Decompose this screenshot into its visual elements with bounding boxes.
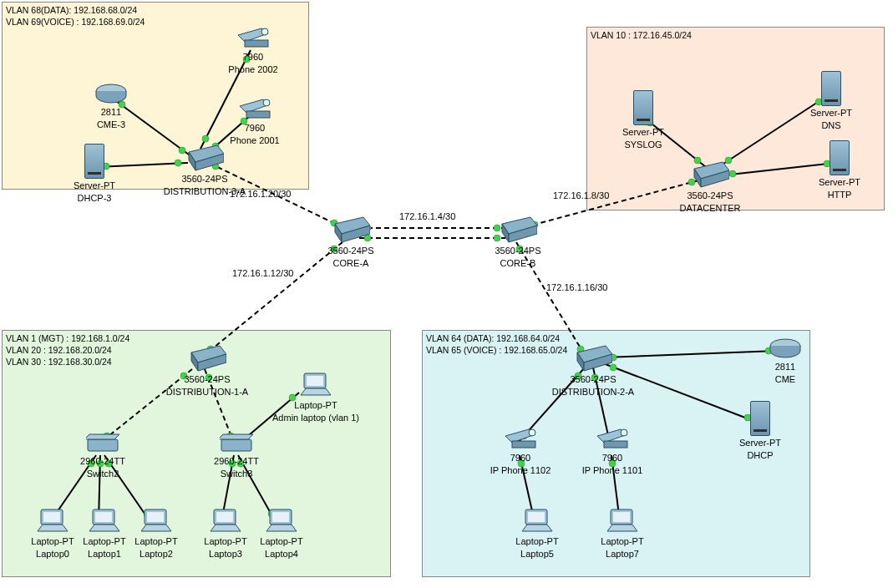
svg-marker-131: [211, 525, 241, 531]
phone-1102[interactable]: 7960 IP Phone 1102: [483, 426, 558, 476]
device-model: 2811: [775, 362, 795, 373]
server-icon: [633, 90, 653, 125]
vlan-text: VLAN 1 (MGT) : 192.168.1.0/24: [6, 332, 129, 344]
svg-rect-139: [613, 512, 630, 522]
server-dns[interactable]: Server-PT DNS: [794, 71, 869, 131]
switch-icon: [691, 160, 729, 189]
device-name: Phone 2002: [228, 64, 277, 75]
svg-rect-136: [528, 512, 545, 522]
server-icon: [750, 401, 770, 436]
svg-marker-140: [607, 525, 637, 531]
device-name: IP Phone 1101: [582, 465, 643, 476]
server-dhcp-3[interactable]: Server-PT DHCP-3: [57, 144, 132, 204]
svg-rect-130: [216, 512, 233, 522]
switch-switch3[interactable]: 2960-24TT Switch3: [199, 433, 274, 479]
device-name: Switch3: [221, 469, 253, 479]
svg-marker-137: [522, 525, 552, 531]
link-label: 172.16.1.8/30: [553, 190, 609, 200]
zone-dist3-header: VLAN 68(DATA): 192.168.68.0/24 VLAN 69(V…: [6, 4, 145, 28]
vlan-text: VLAN 64 (DATA): 192.168.64.0/24: [426, 332, 567, 344]
switch-icon: [188, 344, 226, 373]
svg-point-107: [261, 28, 268, 35]
router-icon: [768, 337, 803, 360]
svg-rect-106: [245, 40, 268, 47]
device-model: 3560-24PS: [570, 374, 616, 385]
svg-marker-100: [86, 434, 119, 439]
device-name: CORE-A: [333, 258, 369, 269]
device-name: DNS: [821, 120, 840, 131]
device-model: Laptop-PT: [260, 536, 302, 547]
device-model: Server-PT: [819, 177, 860, 188]
device-name: IP Phone 1102: [490, 465, 551, 476]
device-model: 3560-24PS: [687, 190, 733, 201]
switch-distribution-2-a[interactable]: 3560-24PS DISTRIBUTION-2-A: [535, 344, 652, 398]
device-name: Admin laptop (vlan 1): [272, 413, 359, 423]
server-http[interactable]: Server-PT HTTP: [802, 140, 877, 200]
phone-icon: [236, 96, 273, 121]
svg-point-116: [621, 429, 627, 436]
server-icon: [821, 71, 841, 106]
device-model: Server-PT: [739, 438, 781, 449]
laptop-icon: [604, 508, 641, 535]
laptop-icon: [138, 508, 175, 535]
svg-rect-109: [246, 111, 270, 118]
device-name: Laptop3: [209, 549, 242, 560]
router-cme[interactable]: 2811 CME: [748, 337, 823, 385]
phone-1101[interactable]: 7960 IP Phone 1101: [575, 426, 650, 476]
server-syslog[interactable]: Server-PT SYSLOG: [606, 90, 681, 150]
device-name: Laptop5: [520, 549, 554, 560]
device-name: Laptop0: [36, 549, 69, 560]
switch-core-b[interactable]: 3560-24PS CORE-B: [480, 215, 556, 269]
device-name: CME-3: [97, 119, 125, 130]
laptop-admin[interactable]: Laptop-PT Admin laptop (vlan 1): [257, 372, 374, 423]
svg-marker-125: [89, 525, 119, 531]
device-model: Laptop-PT: [294, 400, 337, 411]
laptop-4[interactable]: Laptop-PT Laptop4: [244, 508, 319, 560]
device-name: Phone 2001: [230, 135, 279, 146]
server-icon: [830, 140, 850, 175]
phone-2002[interactable]: 7960 Phone 2002: [216, 25, 291, 75]
phone-2001[interactable]: 7960 Phone 2001: [217, 96, 292, 146]
device-name: HTTP: [828, 190, 852, 200]
device-name: CORE-B: [500, 258, 536, 269]
vlan-text: VLAN 10 : 172.16.45.0/24: [591, 29, 692, 41]
device-name: Laptop4: [265, 549, 298, 560]
device-model: Server-PT: [622, 127, 664, 138]
switch-distribution-1-a[interactable]: 3560-24PS DISTRIBUTION-1-A: [149, 344, 266, 398]
svg-rect-112: [512, 441, 535, 448]
vlan-text: VLAN 68(DATA): 192.168.68.0/24: [6, 4, 145, 16]
phone-icon: [594, 426, 631, 451]
switch-icon: [499, 215, 537, 244]
switch-core-a[interactable]: 3560-24PS CORE-A: [313, 215, 388, 269]
device-name: DHCP: [747, 450, 773, 461]
laptop-icon: [207, 508, 244, 535]
laptop-7[interactable]: Laptop-PT Laptop7: [585, 508, 660, 560]
link-label: 172.16.1.16/30: [546, 282, 607, 292]
router-cme-3[interactable]: 2811 CME-3: [74, 82, 149, 130]
server-dhcp[interactable]: Server-PT DHCP: [723, 401, 798, 461]
device-model: Laptop-PT: [134, 536, 177, 547]
switch-switch2[interactable]: 2960-24TT Switch2: [65, 433, 140, 479]
switch-datacenter[interactable]: 3560-24PS DATACENTER: [672, 160, 748, 214]
laptop-2[interactable]: Laptop-PT Laptop2: [119, 508, 194, 560]
device-model: 3560-24PS: [495, 246, 540, 256]
svg-point-110: [263, 99, 270, 106]
vlan-text: VLAN 30 : 192.168.30.0/24: [6, 356, 129, 368]
device-name: Laptop1: [88, 549, 121, 560]
device-name: CME: [775, 374, 795, 385]
switch-icon: [332, 215, 370, 244]
device-model: Laptop-PT: [515, 536, 558, 547]
device-model: Server-PT: [810, 108, 852, 119]
svg-rect-99: [88, 439, 118, 451]
device-name: DISTRIBUTION-1-A: [166, 387, 248, 398]
device-model: Laptop-PT: [601, 536, 643, 547]
device-name: Laptop7: [606, 549, 639, 560]
link-label: 172.16.1.20/30: [230, 189, 291, 199]
svg-rect-124: [95, 512, 112, 522]
device-name: Laptop2: [140, 549, 173, 560]
svg-rect-115: [604, 441, 627, 448]
laptop-5[interactable]: Laptop-PT Laptop5: [500, 508, 575, 560]
device-name: DHCP-3: [78, 193, 112, 204]
svg-rect-133: [272, 512, 289, 522]
svg-rect-118: [307, 376, 323, 386]
